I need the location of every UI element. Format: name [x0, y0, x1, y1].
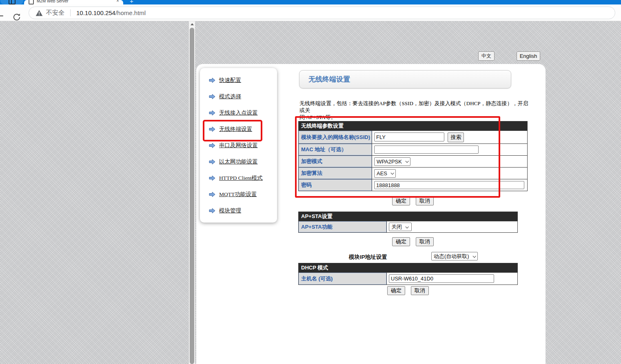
apsta-table: AP+STA设置 AP+STA功能 关闭	[298, 212, 518, 233]
address-bar[interactable]: 不安全 10.10.100.254/home.html	[29, 7, 615, 19]
sidebar-item-mode-select[interactable]: 模式选择	[200, 88, 277, 105]
sidebar-item-ethernet[interactable]: 以太网功能设置	[200, 154, 277, 170]
url-path: /home.html	[115, 9, 146, 16]
sidebar-item-label[interactable]: 模块管理	[219, 207, 241, 214]
password-label: 密码	[299, 179, 372, 191]
sidebar-item-label[interactable]: 无线终端设置	[219, 126, 252, 133]
close-tab-icon[interactable]: ×	[116, 0, 119, 3]
arrow-icon	[209, 175, 215, 181]
page-title: 无线终端设置	[308, 75, 350, 84]
cancel-button[interactable]: 取消	[416, 237, 434, 246]
browser-toolbar: 不安全 10.10.100.254/home.html	[0, 4, 621, 21]
ip-mode-value: 动态(自动获取)	[434, 253, 469, 260]
arrow-icon	[209, 126, 215, 132]
table-header: AP+STA设置	[299, 212, 518, 221]
arrow-icon	[209, 208, 215, 214]
scroll-up-icon[interactable]	[189, 21, 195, 27]
arrow-icon	[209, 159, 215, 165]
sidebar-item-httpd-client[interactable]: HTTPD Client模式	[200, 170, 277, 186]
encryption-mode-label: 加密模式	[299, 156, 372, 168]
cancel-button[interactable]: 取消	[411, 286, 429, 295]
cancel-button[interactable]: 取消	[416, 196, 434, 205]
tab-title: M2M Web Server	[37, 0, 106, 3]
sidebar-item-label[interactable]: 模式选择	[219, 93, 241, 100]
arrow-icon	[209, 192, 215, 197]
ok-button[interactable]: 确定	[392, 196, 410, 205]
sta-params-table: 无线终端参数设置 模块要接入的网络名称(SSID) 搜索 MAC 地址（可选） …	[298, 121, 528, 191]
arrow-icon	[209, 143, 215, 148]
sidebar-item-ap-settings[interactable]: 无线接入点设置	[200, 105, 277, 121]
dhcp-table: DHCP 模式 主机名 (可选)	[298, 263, 518, 285]
sidebar-menu: 快速配置 模式选择 无线接入点设置 无线终端设置 串口及网络设置 以太网功能设置	[200, 68, 277, 223]
description-line: 无线终端设置，包括：要去连接的AP参数（SSID，加密）及接入模式（DHCP，静…	[299, 100, 530, 114]
apsta-buttons-row: 确定 取消	[298, 237, 528, 246]
encryption-algorithm-label: 加密算法	[299, 168, 372, 179]
table-header: 无线终端参数设置	[299, 121, 528, 131]
apsta-function-select[interactable]: 关闭	[389, 223, 412, 231]
sidebar-item-sta-settings[interactable]: 无线终端设置	[200, 121, 277, 137]
browser-tab[interactable]: M2M Web Server ×	[24, 0, 123, 4]
dhcp-buttons-row: 确定 取消	[298, 286, 518, 295]
page-background: 中文 English 快速配置 模式选择 无线接入点设置 无线终端设置	[0, 21, 621, 364]
apsta-function-label: AP+STA功能	[299, 221, 387, 233]
frame-scrollbar[interactable]	[189, 21, 195, 364]
page-description: 无线终端设置，包括：要去连接的AP参数（SSID，加密）及接入模式（DHCP，静…	[299, 100, 530, 121]
arrow-icon	[209, 94, 215, 99]
encryption-algorithm-select[interactable]: AES	[374, 169, 396, 178]
module-ip-label: 模块IP地址设置	[349, 254, 387, 261]
encryption-algorithm-value: AES	[377, 170, 387, 176]
mac-input[interactable]	[374, 146, 479, 154]
encryption-mode-value: WPA2PSK	[377, 159, 402, 165]
ok-button[interactable]: 确定	[392, 237, 410, 246]
new-tab-button[interactable]: +	[130, 0, 133, 4]
sidebar-item-label[interactable]: HTTPD Client模式	[219, 174, 263, 182]
lang-chinese-button[interactable]: 中文	[478, 51, 495, 61]
pinned-tab[interactable]	[0, 0, 23, 4]
sidebar-item-label[interactable]: MQTT功能设置	[219, 191, 257, 198]
encryption-mode-select[interactable]: WPA2PSK	[374, 157, 410, 166]
sidebar-item-mqtt[interactable]: MQTT功能设置	[200, 186, 277, 203]
ip-mode-select[interactable]: 动态(自动获取)	[431, 252, 478, 260]
address-divider	[70, 9, 71, 16]
url-text: 10.10.100.254/home.html	[76, 9, 146, 16]
apsta-function-value: 关闭	[391, 223, 402, 231]
refresh-icon[interactable]	[12, 13, 21, 22]
ssid-input[interactable]	[374, 132, 444, 141]
lang-english-button[interactable]: English	[517, 51, 540, 61]
hostname-input[interactable]	[389, 274, 494, 283]
ssid-label: 模块要接入的网络名称(SSID)	[299, 131, 372, 144]
sidebar-item-label[interactable]: 串口及网络设置	[219, 142, 258, 149]
sidebar-item-quick-config[interactable]: 快速配置	[200, 72, 277, 88]
main-panel: 快速配置 模式选择 无线接入点设置 无线终端设置 串口及网络设置 以太网功能设置	[196, 64, 546, 364]
security-label: 不安全	[46, 9, 64, 17]
description-line: 闭 AP+STA等。	[299, 114, 530, 121]
page-favicon-icon	[29, 0, 34, 4]
back-icon[interactable]	[0, 13, 4, 19]
browser-titlebar: M2M Web Server × +	[0, 0, 621, 4]
sidebar-item-label[interactable]: 快速配置	[219, 77, 241, 84]
hostname-label: 主机名 (可选)	[299, 273, 387, 285]
warning-icon	[35, 10, 43, 16]
password-input[interactable]	[374, 181, 524, 189]
mac-label: MAC 地址（可选）	[299, 144, 372, 156]
ok-button[interactable]: 确定	[387, 286, 405, 295]
arrow-icon	[209, 77, 215, 83]
arrow-icon	[209, 110, 215, 116]
search-button[interactable]: 搜索	[448, 132, 464, 142]
sidebar-item-label[interactable]: 以太网功能设置	[219, 158, 258, 165]
window-icon	[9, 0, 16, 4]
url-host: 10.10.100.254	[76, 9, 115, 16]
scrollbar-thumb[interactable]	[190, 28, 194, 364]
sidebar-item-label[interactable]: 无线接入点设置	[219, 109, 258, 117]
table-header: DHCP 模式	[299, 263, 518, 273]
page-title-box: 无线终端设置	[299, 70, 511, 88]
sidebar-item-serial-network[interactable]: 串口及网络设置	[200, 137, 277, 154]
sta-buttons-row: 确定 取消	[298, 196, 528, 205]
sidebar-item-module-management[interactable]: 模块管理	[200, 203, 277, 219]
